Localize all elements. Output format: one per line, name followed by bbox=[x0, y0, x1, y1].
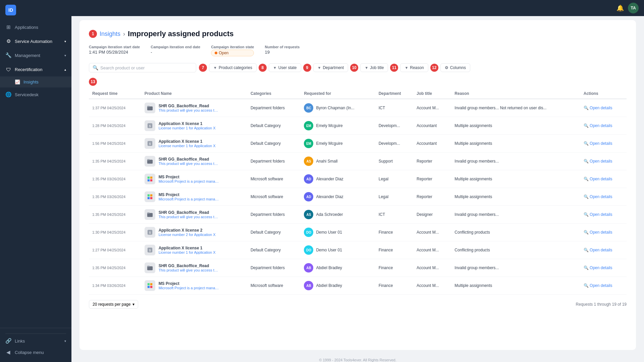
sidebar-item-management[interactable]: 🔧 Management ▾ bbox=[0, 48, 71, 62]
notification-bell-icon[interactable]: 🔔 bbox=[616, 4, 624, 12]
col-department: Department bbox=[375, 88, 413, 99]
cell-request-time: 1:28 PM 04/25/2024 bbox=[89, 117, 141, 135]
product-desc-text: Microsoft Project is a project manag... bbox=[159, 179, 219, 183]
cell-department: Support bbox=[375, 153, 413, 170]
campaign-requests-label: Number of requests bbox=[265, 45, 300, 49]
table-header: Request time Product Name Categories Req… bbox=[89, 88, 627, 99]
campaign-info-row: Campaign iteration start date 1:41 PM 05… bbox=[89, 45, 627, 56]
cell-category: Microsoft software bbox=[247, 277, 301, 295]
filter-department-button[interactable]: ▼ Department bbox=[313, 63, 348, 72]
cell-job-title: Account M... bbox=[413, 277, 451, 295]
user-name: Abdiel Bradley bbox=[316, 265, 342, 270]
breadcrumb-parent-link[interactable]: Insights bbox=[100, 31, 120, 38]
pagination-info: Requests 1 through 19 of 19 bbox=[576, 302, 627, 307]
footer-text: © 1999 - 2024 Tools4ever. All Rights Res… bbox=[319, 358, 396, 362]
svg-rect-1 bbox=[147, 106, 150, 107]
user-avatar: BC bbox=[304, 103, 313, 113]
cell-department: Legal bbox=[375, 170, 413, 188]
sidebar-item-collapse[interactable]: ◀ Collapse menu bbox=[5, 347, 66, 358]
cell-reason: Invalid group members... bbox=[451, 259, 580, 277]
columns-button[interactable]: ⚙ Columns bbox=[440, 63, 470, 72]
chevron-down-icon: ▾ bbox=[64, 54, 66, 57]
table-row: 1:35 PM 04/25/2024 SHR GG_Backoffice_Rea… bbox=[89, 206, 627, 224]
filter-department-label: Department bbox=[323, 65, 344, 70]
col-request-time: Request time bbox=[89, 88, 141, 99]
cell-department: Finance bbox=[375, 224, 413, 241]
sidebar-item-recertification[interactable]: 🛡 Recertification ▴ bbox=[0, 62, 71, 76]
svg-rect-10 bbox=[147, 179, 149, 181]
sidebar-logo: ID bbox=[0, 0, 71, 20]
open-details-link[interactable]: 🔍 Open details bbox=[584, 106, 623, 110]
chevron-down-icon: ▾ bbox=[64, 40, 66, 43]
cell-product-name: $ Application X license 2 License number… bbox=[141, 224, 247, 241]
product-name-text: Application X license 1 bbox=[159, 139, 216, 144]
user-avatar: AB bbox=[304, 263, 313, 273]
search-box[interactable]: 🔍 bbox=[89, 63, 196, 72]
open-details-link[interactable]: 🔍 Open details bbox=[584, 194, 623, 199]
management-icon: 🔧 bbox=[5, 52, 11, 58]
campaign-state-label: Campaign iteration state bbox=[211, 45, 254, 49]
table-row: 1:30 PM 04/25/2024 $ Application X licen… bbox=[89, 224, 627, 241]
cell-job-title: Reporter bbox=[413, 170, 451, 188]
cell-actions: 🔍 Open details bbox=[580, 241, 627, 259]
filter-product-categories-button[interactable]: ▼ Product categories bbox=[209, 63, 257, 72]
open-details-link[interactable]: 🔍 Open details bbox=[584, 230, 623, 235]
user-avatar[interactable]: TA bbox=[628, 3, 639, 13]
sidebar-item-insights[interactable]: 📈 Insights bbox=[0, 76, 71, 87]
pagination-row: 20 requests per page ▾ Requests 1 throug… bbox=[89, 300, 627, 309]
data-table: Request time Product Name Categories Req… bbox=[89, 88, 627, 295]
cell-department: Developm... bbox=[375, 117, 413, 135]
open-details-link[interactable]: 🔍 Open details bbox=[584, 265, 623, 270]
per-page-label: 20 requests per page bbox=[93, 302, 130, 307]
campaign-requests-value: 19 bbox=[265, 50, 300, 55]
step-badge-12: 12 bbox=[430, 64, 438, 72]
step-badge-7: 7 bbox=[199, 64, 207, 72]
open-details-link[interactable]: 🔍 Open details bbox=[584, 283, 623, 288]
open-details-link[interactable]: 🔍 Open details bbox=[584, 159, 623, 164]
product-desc-text: Microsoft Project is a project manag... bbox=[159, 286, 219, 290]
status-dot-icon bbox=[215, 52, 217, 54]
per-page-select[interactable]: 20 requests per page ▾ bbox=[89, 300, 138, 309]
table-container: Request time Product Name Categories Req… bbox=[89, 88, 627, 295]
col-job-title: Job title bbox=[413, 88, 451, 99]
cell-job-title: Accountant bbox=[413, 135, 451, 153]
campaign-requests-field: Number of requests 19 bbox=[265, 45, 300, 55]
open-details-link[interactable]: 🔍 Open details bbox=[584, 248, 623, 252]
svg-text:$: $ bbox=[149, 142, 151, 145]
open-details-link[interactable]: 🔍 Open details bbox=[584, 212, 623, 217]
user-name: Alexander Diaz bbox=[316, 177, 343, 181]
cell-requested-for: AD Alexander Diaz bbox=[301, 170, 375, 188]
svg-text:$: $ bbox=[149, 249, 151, 252]
product-icon bbox=[145, 103, 155, 113]
open-details-link[interactable]: 🔍 Open details bbox=[584, 141, 623, 146]
cell-department: ICT bbox=[375, 206, 413, 224]
filter-reason-button[interactable]: ▼ Reason bbox=[400, 63, 428, 72]
filter-user-state-button[interactable]: ▼ User state bbox=[269, 63, 301, 72]
sidebar-item-service-automation[interactable]: ⚙ Service Automation ▾ bbox=[0, 34, 71, 48]
sidebar-item-applications[interactable]: ⊞ Applications bbox=[0, 20, 71, 34]
sidebar-item-label: Applications bbox=[15, 25, 66, 30]
product-name-text: SHR GG_Backoffice_Read bbox=[159, 157, 219, 162]
product-name-text: Application X license 2 bbox=[159, 228, 216, 233]
cell-actions: 🔍 Open details bbox=[580, 206, 627, 224]
col-product-name: Product Name bbox=[141, 88, 247, 99]
cell-job-title: Reporter bbox=[413, 153, 451, 170]
user-name: Demo User 01 bbox=[316, 248, 342, 252]
cell-requested-for: AS Anahi Small bbox=[301, 153, 375, 170]
cell-product-name: SHR GG_Backoffice_Read This product will… bbox=[141, 99, 247, 117]
open-details-link[interactable]: 🔍 Open details bbox=[584, 177, 623, 181]
cell-reason: Invalid group members... bbox=[451, 206, 580, 224]
filter-job-title-button[interactable]: ▼ Job title bbox=[360, 63, 388, 72]
cell-job-title: Account M... bbox=[413, 99, 451, 117]
product-name-text: MS Project bbox=[159, 281, 219, 286]
cell-department: Legal bbox=[375, 188, 413, 206]
sidebar-item-servicedesk[interactable]: 🌐 Servicedesk bbox=[0, 87, 71, 102]
app-logo[interactable]: ID bbox=[5, 5, 16, 15]
cell-product-name: MS Project Microsoft Project is a projec… bbox=[141, 188, 247, 206]
search-input[interactable] bbox=[100, 65, 193, 70]
product-icon: $ bbox=[145, 245, 155, 255]
col-requested-for: Requested for bbox=[301, 88, 375, 99]
open-details-link[interactable]: 🔍 Open details bbox=[584, 123, 623, 128]
sidebar-item-links[interactable]: 🔗 Links ▾ bbox=[5, 335, 66, 347]
user-name: Anahi Small bbox=[316, 159, 337, 164]
